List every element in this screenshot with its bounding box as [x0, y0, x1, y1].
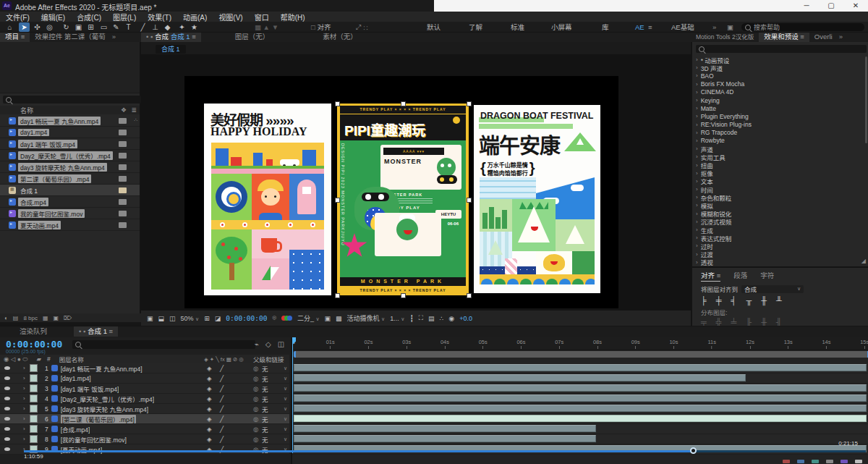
- workspace-tab-default[interactable]: 默认: [427, 22, 441, 32]
- parent-dropdown[interactable]: 无: [262, 425, 284, 434]
- quality-switch-icon[interactable]: ◈: [207, 426, 212, 433]
- chevron-down-icon[interactable]: ∨: [284, 416, 287, 422]
- project-item-name[interactable]: 夏天动画.mp4: [18, 221, 61, 229]
- eye-icon[interactable]: [4, 437, 10, 441]
- panel-resize-grip[interactable]: ◢: [861, 258, 866, 264]
- chevron-down-icon[interactable]: ∨: [284, 376, 287, 381]
- project-item-name[interactable]: day1.mp4: [18, 129, 49, 136]
- brush-tool-icon[interactable]: ╱: [137, 22, 148, 32]
- project-item-name[interactable]: 第二课（葡萄乐园）.mp4: [18, 174, 91, 183]
- label-chip[interactable]: [119, 141, 127, 147]
- effects-category[interactable]: › 沉浸式视频: [692, 218, 864, 226]
- mask-visibility-icon[interactable]: ◪: [215, 315, 221, 322]
- parent-dropdown[interactable]: 无: [262, 395, 284, 403]
- effects-category[interactable]: › * 动画预设: [692, 56, 864, 64]
- pick-whip-icon[interactable]: ◎: [253, 375, 258, 382]
- twirl-arrow-icon[interactable]: ›: [23, 395, 25, 402]
- layer-name[interactable]: [day3 旋转摩天轮 九鱼Ann.mp4]: [61, 405, 148, 413]
- channel-icon[interactable]: [281, 316, 292, 321]
- eye-icon[interactable]: [4, 407, 10, 410]
- project-item[interactable]: Day2_摩天轮_雪儿（优秀）.mp4: [0, 150, 140, 161]
- align-checkbox[interactable]: □ 对齐: [311, 22, 331, 32]
- zoom-tool-icon[interactable]: ◎: [44, 22, 55, 32]
- timeline-layer-row[interactable]: › 2 [day1.mp4] ◈ ╱ ◎ 无 ∨: [0, 374, 289, 384]
- tab-overlight[interactable]: Overli: [809, 32, 838, 42]
- zoom-level-dropdown[interactable]: 50% ∨: [181, 315, 200, 322]
- snapshot-icon[interactable]: ⌾: [272, 314, 276, 322]
- layer-name[interactable]: [我的童年回忆图鉴.mov]: [61, 435, 127, 444]
- quality-switch-icon[interactable]: ◈: [207, 385, 212, 392]
- expand-arrow-icon[interactable]: ›: [696, 170, 698, 177]
- parent-dropdown[interactable]: 无: [262, 384, 284, 393]
- parent-dropdown[interactable]: 无: [262, 405, 284, 413]
- parent-dropdown[interactable]: 无: [262, 374, 284, 383]
- timeline-button-icon[interactable]: ▤: [428, 315, 435, 322]
- effects-category[interactable]: › 生成: [692, 226, 864, 234]
- label-chip[interactable]: [119, 118, 127, 124]
- effects-category[interactable]: › Boris FX Mocha: [692, 80, 864, 88]
- effects-scrollbar[interactable]: [865, 56, 867, 143]
- timeline-layer-bar[interactable]: [294, 364, 867, 371]
- home-tool-icon[interactable]: ⌂: [4, 22, 15, 32]
- timeline-layer-row[interactable]: › 6 [第二课（葡萄乐园）.mp4] ◈ ╱ ◎ 无 ∨: [0, 414, 289, 424]
- timeline-search-input[interactable]: [72, 340, 255, 349]
- eye-icon[interactable]: [4, 397, 10, 400]
- parent-dropdown[interactable]: 无: [262, 435, 284, 444]
- layer-color-chip[interactable]: [30, 415, 38, 423]
- expand-arrow-icon[interactable]: ›: [696, 122, 698, 128]
- roi-icon[interactable]: ▣: [325, 315, 331, 322]
- project-item[interactable]: 合成 1: [0, 185, 140, 196]
- tab-project[interactable]: 项目 ≡: [0, 32, 30, 42]
- clone-stamp-tool-icon[interactable]: ⊥: [150, 22, 161, 32]
- timeline-layer-row[interactable]: › 7 [合成.mp4] ◈ ╱ ◎ 无 ∨: [0, 424, 289, 434]
- label-chip[interactable]: [119, 199, 127, 205]
- project-item-name[interactable]: 我的童年回忆图鉴.mov: [18, 209, 85, 218]
- layer-color-chip[interactable]: [30, 384, 38, 392]
- tab-paragraph[interactable]: 段落: [733, 270, 747, 282]
- quality-slash-icon[interactable]: ╱: [220, 405, 224, 413]
- pick-whip-icon[interactable]: ◎: [253, 385, 258, 392]
- quality-slash-icon[interactable]: ╱: [220, 436, 224, 443]
- project-item-name[interactable]: day1 畅玩一夏 九鱼Ann.mp4: [18, 117, 101, 125]
- twirl-arrow-icon[interactable]: ›: [23, 405, 25, 412]
- timeline-layer-row[interactable]: › 8 [我的童年回忆图鉴.mov] ◈ ╱ ◎ 无 ∨: [0, 434, 289, 444]
- quality-slash-icon[interactable]: ╱: [220, 365, 224, 372]
- project-item-name[interactable]: 合成.mp4: [18, 198, 48, 206]
- menu-item[interactable]: 动画(A): [183, 12, 207, 22]
- pick-whip-icon[interactable]: ◎: [253, 416, 258, 423]
- tab-effect-controls[interactable]: 效果控件 第二课（葡萄: [30, 32, 111, 42]
- effects-category[interactable]: › 透视: [692, 258, 864, 266]
- workspace-tab-ae[interactable]: AE: [635, 22, 644, 32]
- layer-name[interactable]: [第二课（葡萄乐园）.mp4]: [61, 415, 136, 423]
- close-button[interactable]: ✕: [843, 0, 868, 12]
- pick-whip-icon[interactable]: ◎: [253, 405, 258, 413]
- composition-mini-flowchart-icon[interactable]: ⌁: [255, 340, 259, 349]
- selection-handle[interactable]: [467, 101, 472, 106]
- selection-tool-icon[interactable]: ➤: [19, 22, 30, 32]
- align-top-button[interactable]: ╥: [746, 296, 752, 305]
- layer-name[interactable]: [day1 畅玩一夏 九鱼Ann.mp4]: [61, 364, 142, 373]
- expand-arrow-icon[interactable]: ›: [696, 81, 698, 88]
- expand-arrow-icon[interactable]: ›: [696, 259, 698, 266]
- shape-tool-icon[interactable]: ▭: [98, 22, 109, 32]
- layer-name-column-label[interactable]: 图层名称: [59, 355, 84, 363]
- effects-category[interactable]: › 3D 声道: [692, 64, 864, 72]
- layer-color-chip[interactable]: [30, 435, 38, 443]
- new-composition-icon[interactable]: ▣: [54, 315, 59, 321]
- timeline-layer-row[interactable]: › 1 [day1 畅玩一夏 九鱼Ann.mp4] ◈ ╱ ◎ 无 ∨: [0, 363, 289, 374]
- time-ruler[interactable]: 0s01s02s03s04s05s06s07s08s09s10s11s12s13…: [292, 337, 868, 350]
- menu-item[interactable]: 帮助(H): [281, 12, 305, 22]
- expand-arrow-icon[interactable]: ›: [696, 97, 698, 104]
- effects-tab-overflow-icon[interactable]: »: [838, 32, 844, 42]
- selection-handle[interactable]: [335, 101, 340, 106]
- project-item[interactable]: day1 端午 饭饭.mp4: [0, 138, 140, 150]
- layer-color-chip[interactable]: [30, 425, 38, 433]
- eraser-tool-icon[interactable]: ◆: [162, 22, 173, 32]
- quality-switch-icon[interactable]: ◈: [207, 405, 212, 413]
- interpret-footage-icon[interactable]: ◐: [4, 315, 8, 321]
- selection-handle[interactable]: [467, 293, 472, 298]
- type-tool-icon[interactable]: T: [123, 22, 134, 32]
- project-item[interactable]: 合成.mp4: [0, 196, 140, 208]
- eye-icon[interactable]: [4, 417, 10, 421]
- current-time-display[interactable]: 0:00:00:00: [6, 339, 62, 350]
